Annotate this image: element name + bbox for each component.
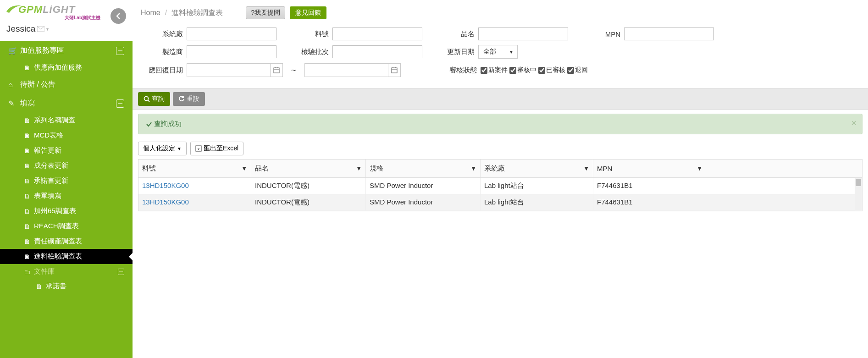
user-menu[interactable]: Jessica ▾ xyxy=(0,21,133,39)
input-reply-date-from[interactable] xyxy=(187,63,283,77)
select-update-date[interactable]: 全部 xyxy=(478,45,518,59)
filter-icon[interactable]: ▼ xyxy=(697,165,702,172)
nav-item-series-name[interactable]: 🗎系列名稱調查 xyxy=(0,113,133,128)
col-header-spec[interactable]: 規格▼ xyxy=(366,160,481,177)
caret-down-icon: ▼ xyxy=(177,146,182,151)
checkbox-returned[interactable]: 退回 xyxy=(567,66,588,74)
sidebar: GPMLiGHT 大蒲Lab測試主機 Jessica ▾ 🛒 加值服務專區 🗎 xyxy=(0,0,133,358)
checkbox-reviewing-input[interactable] xyxy=(509,67,516,74)
filter-icon[interactable]: ▼ xyxy=(241,165,247,172)
checkbox-reviewing[interactable]: 審核中 xyxy=(509,66,536,74)
vertical-scrollbar[interactable] xyxy=(855,178,862,211)
part-no-link[interactable]: 13HD150KG00 xyxy=(142,198,189,206)
part-no-link[interactable]: 13HD150KG00 xyxy=(142,182,189,189)
input-product-name[interactable] xyxy=(478,28,568,40)
alert-success: 查詢成功 × xyxy=(138,114,862,134)
col-header-product-name[interactable]: 品名▼ xyxy=(251,160,366,177)
reset-button[interactable]: 重設 xyxy=(173,92,205,106)
checkbox-new-input[interactable] xyxy=(481,67,487,74)
personalize-button[interactable]: 個人化設定▼ xyxy=(138,142,187,155)
nav-item-report-update[interactable]: 🗎報告更新 xyxy=(0,143,133,158)
nav-item-form-fill[interactable]: 🗎表單填寫 xyxy=(0,188,133,204)
breadcrumb-separator: / xyxy=(165,9,167,17)
input-mpn[interactable] xyxy=(624,28,714,40)
table-row[interactable]: 13HD150KG00 INDUCTOR(電感) SMD Power Induc… xyxy=(138,178,862,194)
nav-item-commitment-update[interactable]: 🗎承諾書更新 xyxy=(0,173,133,188)
nav-item-incoming-inspection[interactable]: 🗎進料檢驗調查表 xyxy=(0,249,133,264)
col-header-part-no[interactable]: 料號▼ xyxy=(138,160,251,177)
nav-item-label: 責任礦產調查表 xyxy=(34,237,82,246)
filter-icon[interactable]: ▼ xyxy=(356,165,362,172)
nav-group-label: 填寫 xyxy=(20,99,116,108)
label-product-name: 品名 xyxy=(425,30,478,39)
nav-group-todo[interactable]: ⌂ 待辦 / 公告 xyxy=(0,75,133,94)
nav-item-label: 系列名稱調查 xyxy=(34,116,75,125)
alert-close-button[interactable]: × xyxy=(851,118,857,128)
col-header-mpn[interactable]: MPN▼ xyxy=(593,160,706,177)
tilde-separator: ~ xyxy=(286,66,302,75)
checkbox-reviewed[interactable]: 已審核 xyxy=(538,66,565,74)
home-icon: ⌂ xyxy=(8,81,20,89)
logo-light: LiGHT xyxy=(43,4,75,15)
label-review-status: 審核狀態 xyxy=(404,66,481,75)
nav-item-reach[interactable]: 🗎REACH調查表 xyxy=(0,219,133,234)
input-manufacturer[interactable] xyxy=(187,45,276,58)
grid-body: 13HD150KG00 INDUCTOR(電感) SMD Power Induc… xyxy=(138,178,862,211)
logo-swoosh-icon xyxy=(6,4,22,14)
checkbox-reviewed-input[interactable] xyxy=(538,67,545,74)
input-system-factory[interactable] xyxy=(187,28,276,40)
nav-subitem-commitment-doc[interactable]: 🗎承諾書 xyxy=(0,279,133,293)
nav-item-ca65[interactable]: 🗎加州65調查表 xyxy=(0,204,133,219)
checkbox-new[interactable]: 新案件 xyxy=(481,66,508,74)
cell-mpn: F744631B1 xyxy=(593,194,706,210)
checkbox-returned-input[interactable] xyxy=(567,67,574,74)
nav-item-vendor-addon[interactable]: 🗎 供應商加值服務 xyxy=(0,60,133,75)
input-part-no[interactable] xyxy=(332,28,422,40)
breadcrumb-current: 進料檢驗調查表 xyxy=(171,8,223,18)
nav: 🛒 加值服務專區 🗎 供應商加值服務 ⌂ 待辦 / 公告 ✎ 填寫 🗎系列名稱調… xyxy=(0,41,133,358)
calendar-icon[interactable] xyxy=(270,64,282,77)
nav-item-mcd[interactable]: 🗎MCD表格 xyxy=(0,128,133,143)
grid-header: 料號▼ 品名▼ 規格▼ 系統廠▼ MPN▼ xyxy=(138,160,862,178)
nav-group-addon-services[interactable]: 🛒 加值服務專區 xyxy=(0,41,133,60)
select-value: 全部 xyxy=(483,48,496,56)
cell-mpn: F744631B1 xyxy=(593,178,706,194)
col-header-system-factory[interactable]: 系統廠▼ xyxy=(481,160,593,177)
ask-question-button[interactable]: ?我要提問 xyxy=(246,6,285,19)
review-status-checkboxes: 新案件 審核中 已審核 退回 xyxy=(481,66,588,74)
nav-item-composition-update[interactable]: 🗎成分表更新 xyxy=(0,158,133,173)
export-excel-button[interactable]: x 匯出至Excel xyxy=(190,142,243,155)
date-to-field[interactable] xyxy=(305,64,388,76)
input-inspection-batch[interactable] xyxy=(332,45,422,58)
document-icon: 🗎 xyxy=(24,208,34,215)
svg-rect-5 xyxy=(392,68,397,73)
svg-rect-1 xyxy=(274,68,279,73)
nav-group-label: 待辦 / 公告 xyxy=(20,80,124,89)
feedback-button[interactable]: 意見回饋 xyxy=(290,6,326,19)
nav-item-label: 文件庫 xyxy=(34,267,55,276)
label-reply-date: 應回復日期 xyxy=(141,66,187,75)
filter-icon[interactable]: ▼ xyxy=(583,165,589,172)
filter-icon[interactable]: ▼ xyxy=(470,165,476,172)
edit-icon: ✎ xyxy=(8,99,20,108)
breadcrumb-home[interactable]: Home xyxy=(141,9,160,17)
input-reply-date-to[interactable] xyxy=(304,63,401,77)
document-icon: 🗎 xyxy=(24,117,34,124)
action-bar: 查詢 重設 xyxy=(133,88,868,110)
nav-group-label: 加值服務專區 xyxy=(20,46,116,55)
cell-system-factory: Lab light站台 xyxy=(481,178,593,194)
date-from-field[interactable] xyxy=(187,64,270,76)
nav-group-fill[interactable]: ✎ 填寫 xyxy=(0,94,133,113)
scrollbar-thumb[interactable] xyxy=(856,179,861,186)
calendar-icon[interactable] xyxy=(388,64,400,77)
label-mpn: MPN xyxy=(571,30,624,38)
nav-item-doclib[interactable]: 🗀 文件庫 xyxy=(0,264,133,279)
search-button[interactable]: 查詢 xyxy=(138,92,170,106)
user-name: Jessica xyxy=(6,24,35,34)
document-icon: 🗎 xyxy=(24,238,34,245)
nav-item-conflict-minerals[interactable]: 🗎責任礦產調查表 xyxy=(0,234,133,249)
nav-item-label: 加州65調查表 xyxy=(34,207,76,215)
cart-icon: 🛒 xyxy=(8,46,20,55)
sidebar-collapse-button[interactable] xyxy=(111,8,126,24)
table-row[interactable]: 13HD150KG00 INDUCTOR(電感) SMD Power Induc… xyxy=(138,194,862,211)
